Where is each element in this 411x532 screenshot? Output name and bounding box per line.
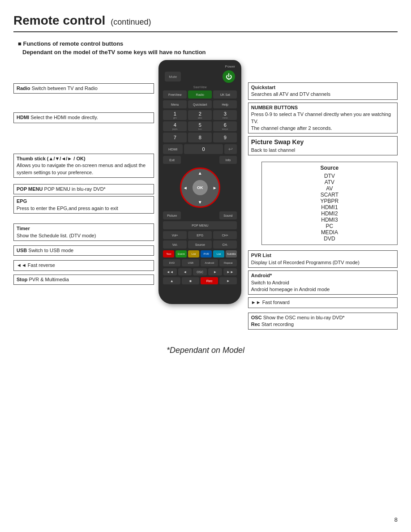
remote-column: Power Mute ⏻ SaorView FreeView [158, 60, 243, 332]
sound-label: Sound [223, 214, 232, 217]
menu-label: Menu [171, 103, 179, 106]
timer-title: Timer [17, 225, 151, 232]
main-layout: Radio Switch between TV and Radio HDMI S… [13, 60, 398, 332]
stop-box: Stop PVR & Multimedia [13, 275, 154, 285]
btn-0[interactable]: 0 [184, 144, 223, 154]
number-box: NUMBER BUTTONS Press 0-9 to select a TV … [248, 103, 398, 134]
btn-3[interactable]: 3mno [213, 110, 237, 120]
dpad-left[interactable]: ◄ [183, 185, 188, 190]
ok-button[interactable]: OK [193, 180, 208, 195]
help-label: Help [222, 103, 228, 106]
radio-button[interactable]: Radio [188, 90, 212, 99]
next-button[interactable]: ►► [223, 268, 237, 275]
freeview-label: FreeView [168, 93, 181, 96]
eject-button[interactable]: ▲ [163, 277, 180, 284]
epg-button[interactable]: EPG [188, 231, 212, 239]
usb-button[interactable]: USB [182, 259, 199, 266]
power-button[interactable]: ⏻ [223, 70, 235, 83]
functions-subtitle: Dependant on the model of theTV some key… [22, 49, 398, 56]
epg-box: EPG Press to enter the EPG,and press aga… [13, 196, 154, 214]
power-icon: ⏻ [226, 73, 232, 80]
dpad-up[interactable]: ▲ [198, 171, 202, 176]
popmenu-label-item: POP MENU POP MENU in blu-ray DVD* [13, 184, 154, 194]
pvrlist-title: PVR List [251, 252, 394, 259]
menu-button[interactable]: Menu [163, 100, 187, 108]
color-yellow-button[interactable]: List [188, 250, 199, 257]
number-grid: 1ghi 2abc 3mno 4pqrs 5tuv 6wxyz 7 8 9 [162, 110, 238, 142]
pictureswap-title: Picture Swap Key [251, 138, 394, 147]
btn-5[interactable]: 5tuv [188, 121, 212, 131]
info-button[interactable]: Info [219, 156, 237, 164]
quickstart-title: Quickstart [251, 84, 394, 91]
source-button[interactable]: Source [188, 240, 212, 249]
popmenu-button[interactable]: POP MENU [163, 221, 237, 229]
android-box: Android* Switch to AndroidAndroid homepa… [248, 270, 398, 295]
quickstart-label-item: Quickstart Searches all ATV and DTV chan… [248, 82, 398, 100]
help-button[interactable]: Help [213, 100, 237, 108]
vol-plus-button[interactable]: Vol+ [163, 231, 187, 239]
radio-title: Radio [17, 86, 30, 91]
color-red-button[interactable]: Text [163, 250, 174, 257]
source-item-pc: PC [269, 223, 390, 229]
btn-6[interactable]: 6wxyz [213, 121, 237, 131]
pvrlist-desc: Display List of Recorded Programms (DTV … [251, 259, 394, 266]
swap-button[interactable]: ↩ [224, 144, 237, 154]
quickstart-button[interactable]: Quickstart [188, 100, 212, 108]
uksat-button[interactable]: UK Sat [213, 90, 237, 99]
source-item-ypbpr: YPBPR [269, 198, 390, 204]
btn-8[interactable]: 8 [188, 133, 212, 142]
page-header: Remote control (continued) [13, 13, 398, 32]
source-box: Source DTV ATV AV SCART YPBPR HDMI1 HDMI… [261, 162, 398, 245]
source-item-dtv: DTV [269, 173, 390, 179]
btn-1[interactable]: 1ghi [163, 110, 187, 120]
ch-plus-button[interactable]: CH+ [213, 231, 237, 239]
ffwd-button[interactable]: ► [208, 268, 222, 275]
btn-4[interactable]: 4pqrs [163, 121, 187, 131]
sound-button[interactable]: Sound [219, 211, 237, 219]
info-label: Info [226, 159, 231, 162]
stop-label-item: Stop PVR & Multimedia [13, 275, 154, 285]
android-desc: Switch to AndroidAndroid homepage in And… [251, 279, 394, 293]
btn-7[interactable]: 7 [163, 133, 187, 142]
dpad-down[interactable]: ▼ [198, 200, 202, 205]
dpad-right[interactable]: ► [213, 185, 217, 190]
usb-title: USB [17, 248, 27, 253]
dvd-button[interactable]: DVD [163, 259, 180, 266]
prev-button[interactable]: ◄◄ [163, 268, 177, 275]
repeat-button[interactable]: Repeat [219, 259, 237, 266]
osc-button[interactable]: OSC [193, 268, 207, 275]
pvrlist-box: PVR List Display List of Recorded Progra… [248, 250, 398, 268]
fastreverse-icon: ◄◄ [17, 262, 26, 268]
source-item-av: AV [269, 185, 390, 192]
hdmi-label-item: HDMI Select the HDMI mode directly. [13, 112, 154, 123]
radio-box: Radio Switch between TV and Radio [13, 83, 154, 94]
btn-9[interactable]: 9 [213, 133, 237, 142]
rec-button[interactable]: Rec [201, 277, 218, 284]
rewind-button[interactable]: ◄ [178, 268, 192, 275]
color-blue-button[interactable]: PVR [201, 250, 212, 257]
stop-button[interactable]: ■ [182, 277, 199, 284]
mute-button[interactable]: Mute [165, 72, 181, 82]
picture-button[interactable]: Picture [163, 211, 181, 219]
color-cyan-button[interactable]: List [213, 250, 224, 257]
popmenu-btn-label: POP MENU [192, 224, 208, 227]
page-title: Remote control [13, 13, 105, 28]
android-button[interactable]: Android [201, 259, 218, 266]
subtitle-button[interactable]: Subtitle [226, 250, 237, 257]
timer-box: Timer Show the Schedule list. (DTV mode) [13, 223, 154, 241]
dpad[interactable]: ▲ ▼ ◄ ► OK [180, 167, 220, 208]
exit-button[interactable]: Exit [163, 156, 181, 164]
radio-label-item: Radio Switch between TV and Radio [13, 83, 154, 94]
btn-2[interactable]: 2abc [188, 110, 212, 120]
freeview-button[interactable]: FreeView [163, 90, 187, 99]
play-button[interactable]: ► [219, 277, 237, 284]
hdmi-button[interactable]: HDMI [163, 144, 183, 154]
vol-minus-button[interactable]: Vol- [163, 240, 187, 249]
ch-minus-button[interactable]: CH- [213, 240, 237, 249]
pictureswap-label-item: Picture Swap Key Back to last channel [248, 136, 398, 155]
pvrlist-label-item: PVR List Display List of Recorded Progra… [248, 250, 398, 268]
radio-desc: Switch between TV and Radio [32, 86, 98, 91]
number-title: NUMBER BUTTONS [251, 104, 394, 111]
popmenu-box: POP MENU POP MENU in blu-ray DVD* [13, 184, 154, 194]
color-green-button[interactable]: Event [176, 250, 187, 257]
